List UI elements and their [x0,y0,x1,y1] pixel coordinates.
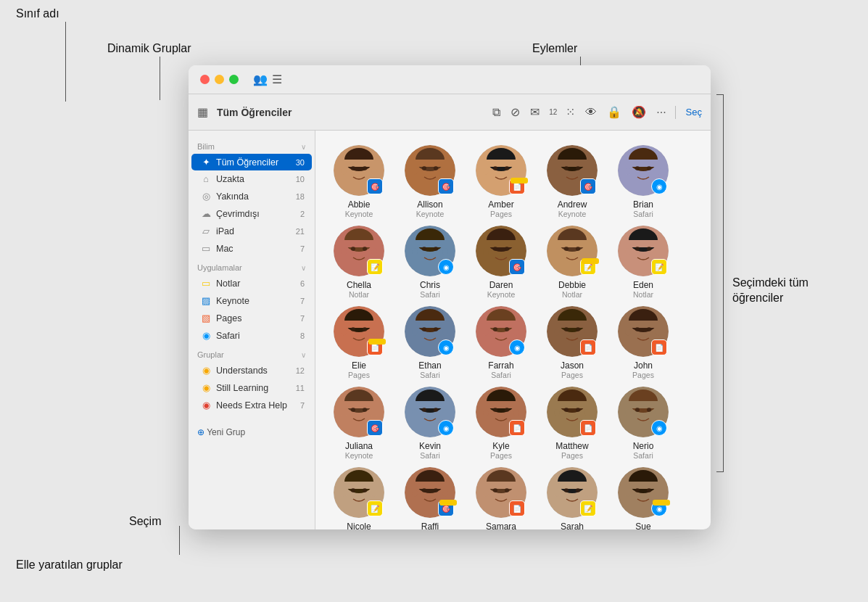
badge-keynote-icon: 🎯 [580,178,596,194]
sidebar-item-cevrimdisi[interactable]: ☁ Çevrimdışı 2 [191,205,312,222]
student-brian[interactable]: ◉ Brian Safari [611,145,675,218]
student-kyle[interactable]: 📄 Kyle Pages [469,387,533,460]
student-debbie[interactable]: 📝 Debbie Notlar [540,226,604,299]
toolbar-icons: ⧉ ⊘ ✉ 12 ⁙ 👁 🔒 🔕 ··· [491,104,667,120]
svg-rect-100 [629,321,658,328]
svg-rect-156 [487,482,516,489]
student-allison[interactable]: 🎯 Allison Keynote [398,145,462,218]
avatar-wrap: 📄 [618,306,669,357]
sidebar-item-still-learning[interactable]: ◉ Still Learning 11 [191,379,312,396]
svg-point-17 [493,166,497,170]
svg-point-138 [625,409,631,416]
student-nicole[interactable]: 📝 Nicole Notlar [327,467,391,529]
bracket-v [723,94,724,471]
sidebar-item-ipad[interactable]: ▱ iPad 21 [191,223,312,239]
svg-point-143 [351,488,355,492]
sidebar-item-uzakta[interactable]: ⌂ Uzakta 10 [191,171,312,187]
svg-point-76 [371,329,377,336]
svg-point-80 [422,327,426,331]
still-learning-label: Still Learning [216,383,292,393]
more-icon[interactable]: ··· [655,104,667,120]
student-name: Brian [633,199,653,210]
student-jason[interactable]: 📄 Jason Pages [540,306,604,379]
svg-point-81 [434,327,438,331]
avatar-wrap: 📄 [476,387,526,437]
student-name: Chella [347,280,371,290]
badge-notes-icon: 📝 [367,259,383,275]
safari-count: 8 [300,331,305,340]
understands-label: Understands [216,366,292,376]
student-kevin[interactable]: ◉ Kevin Safari [398,387,462,460]
student-sue[interactable]: ◉ Sue Safari [611,467,675,529]
sidebar-item-keynote[interactable]: ▨ Keynote 7 [191,292,312,309]
maximize-button[interactable] [229,75,239,84]
svg-rect-2 [344,160,373,167]
student-daren[interactable]: 🎯 Daren Keynote [469,226,533,299]
sidebar-section-gruplar: Gruplar∨ [189,345,315,361]
people-icon[interactable]: ⁙ [564,104,576,120]
sidebar-item-mac[interactable]: ▭ Mac 7 [191,240,312,257]
svg-rect-135 [629,401,658,408]
yakinda-count: 18 [296,192,305,201]
lock-icon[interactable]: 🔒 [605,104,623,120]
layers-icon[interactable]: ⧉ [491,104,502,120]
svg-point-62 [584,248,590,255]
student-nerio[interactable]: ◉ Nerio Safari [611,387,675,460]
sidebar-item-notlar[interactable]: ▭ Notlar 6 [191,275,312,292]
student-chella[interactable]: 📝 Chella Notlar [327,226,391,299]
student-app: Keynote [345,451,373,460]
student-sarah[interactable]: 📝 Sarah Notlar [540,467,604,529]
select-button[interactable]: Seç [686,107,702,117]
sidebar: Bilim∨ ✦ Tüm Öğrenciler 30 ⌂ Uzakta 10 ◎… [189,131,315,529]
badge-safari-icon: ◉ [509,339,525,355]
student-app: Keynote [345,210,373,218]
student-name: Kevin [419,441,441,451]
svg-point-124 [483,409,489,416]
sidebar-item-pages[interactable]: ▧ Pages 7 [191,310,312,326]
edit-circle-icon[interactable]: ⊘ [509,104,521,120]
student-elie[interactable]: 📄 Elie Pages [327,306,391,379]
sidebar-item-safari[interactable]: ◉ Safari 8 [191,327,312,344]
student-name: Allison [417,199,442,210]
minimize-button[interactable] [215,75,224,84]
badge-safari-icon: ◉ [651,178,667,194]
svg-point-31 [635,166,640,170]
svg-rect-65 [629,240,658,247]
student-raffi[interactable]: 🎯 Raffi Keynote [398,467,462,529]
student-name: Nicole [347,521,371,529]
people-icon[interactable]: 👥 [253,73,268,86]
svg-rect-93 [558,321,587,328]
needs-extra-help-label: Needs Extra Help [216,400,296,411]
student-app: Safari [420,290,439,299]
sidebar-item-understands[interactable]: ◉ Understands 12 [191,362,312,379]
student-amber[interactable]: 📄 Amber Pages [469,145,533,218]
close-button[interactable] [200,75,210,84]
student-abbie[interactable]: 🎯 Abbie Keynote [327,145,391,218]
student-eden[interactable]: 📝 Eden Notlar [611,226,675,299]
student-farrah[interactable]: ◉ Farrah Safari [469,306,533,379]
sidebar-item-tum-ogrenciler[interactable]: ✦ Tüm Öğrenciler 30 [191,154,312,170]
mail-icon[interactable]: ✉ [529,104,541,120]
student-chris[interactable]: ◉ Chris Safari [398,226,462,299]
sidebar-item-needs-extra-help[interactable]: ◉ Needs Extra Help 7 [191,397,312,413]
svg-point-157 [493,488,497,492]
list-icon[interactable]: ☰ [272,73,282,86]
student-andrew[interactable]: 🎯 Andrew Keynote [540,145,604,218]
eye-icon[interactable]: 👁 [584,104,598,120]
student-john[interactable]: 📄 John Pages [611,306,675,379]
bell-icon[interactable]: 🔕 [630,104,648,120]
avatar-wrap: 📝 [547,226,598,276]
tum-ogrenciler-label: Tüm Öğrenciler [216,157,292,168]
new-group-btn[interactable]: ⊕ Yeni Grup [189,419,315,444]
avatar-wrap: ◉ [405,306,455,357]
sidebar-item-yakinda[interactable]: ◎ Yakında 18 [191,188,312,205]
student-samara[interactable]: 📄 Samara Pages [469,467,533,529]
cevrimdisi-count: 2 [300,210,305,218]
student-ethan[interactable]: ◉ Ethan Safari [398,306,462,379]
student-app: Pages [561,451,583,460]
avatar-wrap: ◉ [405,226,455,276]
titlebar: 👥 ☰ [189,65,711,94]
svg-point-32 [647,166,651,170]
student-matthew[interactable]: 📄 Matthew Pages [540,387,604,460]
student-juliana[interactable]: 🎯 Juliana Keynote [327,387,391,460]
